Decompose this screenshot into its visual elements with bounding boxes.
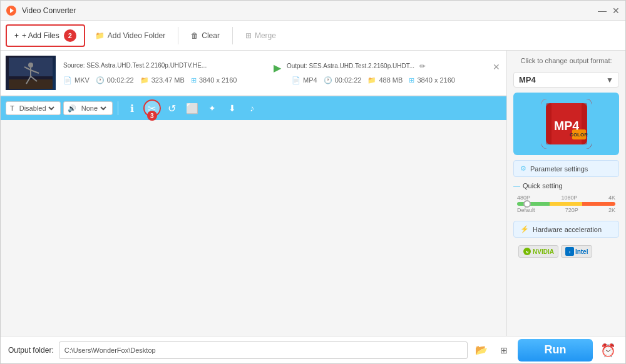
info-button[interactable]: ℹ: [123, 99, 141, 117]
step-3-badge: 3: [147, 111, 157, 121]
clear-label: Clear: [202, 31, 220, 40]
audio-enhance-button[interactable]: ♪: [244, 99, 261, 117]
watermark-button[interactable]: ⬇: [223, 99, 241, 117]
output-resolution-item: ⊞ 3840 x 2160: [409, 76, 455, 84]
toolbar-divider: [178, 27, 178, 44]
audio-dropdown[interactable]: None: [79, 104, 108, 113]
mp4-image: MP4 COLOR: [541, 96, 592, 152]
rotate-button[interactable]: ↺: [163, 99, 181, 117]
res-icon: ⊞: [191, 76, 197, 84]
source-duration-item: 🕐 00:02:22: [96, 76, 134, 84]
label-2k: 2K: [608, 207, 615, 213]
svg-point-5: [28, 63, 33, 68]
intel-label: Intel: [575, 248, 588, 255]
quality-labels-top: 480P 1080P 4K: [513, 195, 619, 201]
effect-button[interactable]: ✦: [203, 99, 221, 117]
file-close-button[interactable]: ✕: [491, 62, 501, 72]
subtitle-select[interactable]: T Disabled: [6, 101, 61, 115]
output-file-icon: 📁: [367, 76, 376, 84]
add-files-button[interactable]: + + Add Files 2: [6, 24, 85, 47]
source-resolution: 3840 x 2160: [199, 76, 237, 84]
empty-area: [1, 120, 506, 336]
format-selector[interactable]: MP4 ▼: [513, 72, 619, 88]
output-format-title: Click to change output format:: [513, 57, 619, 64]
edit-divider: [118, 101, 118, 115]
output-clock-icon: 🕐: [324, 76, 332, 84]
source-size: 323.47 MB: [151, 76, 185, 84]
merge-label: Merge: [255, 31, 276, 40]
svg-text:COLOR: COLOR: [570, 132, 588, 138]
source-format-item: 📄 MKV: [63, 76, 90, 84]
clear-button[interactable]: 🗑 Clear: [183, 28, 227, 44]
open-folder-icon: 📂: [475, 344, 488, 356]
merge-icon: ⊞: [245, 31, 252, 40]
edit-toolbar: T Disabled 🔊 None ℹ ✂: [1, 96, 506, 120]
source-metadata: 📄 MKV 🕐 00:02:22 📁 323.47 MB: [63, 76, 273, 84]
window-controls: — ✕: [598, 6, 620, 15]
gpu-logos: N NVIDIA i Intel: [513, 243, 619, 260]
run-button[interactable]: Run: [518, 339, 593, 361]
quality-slider-container: 480P 1080P 4K Default 720P 2K: [513, 192, 619, 216]
source-resolution-item: ⊞ 3840 x 2160: [191, 76, 237, 84]
svg-rect-14: [546, 103, 552, 144]
output-size-item: 📁 488 MB: [367, 76, 403, 84]
timer-button[interactable]: ⏰: [598, 340, 618, 360]
output-format-item: 📄 MP4: [292, 76, 317, 84]
add-folder-label: Add Video Folder: [108, 31, 166, 40]
toolbar: + + Add Files 2 📁 Add Video Folder 🗑 Cle…: [1, 21, 625, 51]
source-duration: 00:02:22: [107, 76, 134, 84]
intel-logo: i Intel: [561, 245, 593, 258]
right-panel: Click to change output format: MP4 ▼ MP4: [506, 51, 625, 336]
edit-pencil-icon[interactable]: ✏: [419, 62, 426, 71]
bottom-bar: Output folder: 📂 ⊞ Run ⏰: [1, 336, 625, 363]
browse-folder-button[interactable]: 📂: [473, 341, 490, 359]
quality-labels-bottom: Default 720P 2K: [513, 207, 619, 213]
add-folder-button[interactable]: 📁 Add Video Folder: [88, 28, 173, 44]
intel-icon: i: [565, 247, 574, 256]
preview-button[interactable]: ⊞: [495, 341, 513, 359]
svg-rect-4: [9, 79, 53, 89]
app-window: Video Converter — ✕ + + Add Files 2 📁 Ad…: [0, 0, 626, 364]
output-duration-item: 🕐 00:02:22: [324, 76, 362, 84]
main-content: Source: SES.Astra.UHD.Test.2.2160p.UHDTV…: [1, 51, 625, 336]
file-info: Source: SES.Astra.UHD.Test.2.2160p.UHDTV…: [63, 62, 501, 84]
audio-select[interactable]: 🔊 None: [63, 101, 113, 115]
preview-icon: ⊞: [500, 345, 508, 355]
nvidia-label: NVIDIA: [533, 248, 554, 255]
cut-button[interactable]: ✂ 3: [143, 99, 161, 117]
toolbar-divider-2: [232, 27, 233, 44]
hardware-acceleration-button[interactable]: ⚡ Hardware acceleration: [513, 221, 619, 238]
output-folder-input[interactable]: [59, 341, 468, 359]
source-size-item: 📁 323.47 MB: [140, 76, 185, 84]
app-icon: [6, 5, 17, 16]
file-icon: 📁: [140, 76, 149, 84]
subtitle-icon: T: [10, 104, 14, 112]
parameter-settings-button[interactable]: ⚙ Parameter settings: [513, 160, 619, 177]
quality-slider-track[interactable]: [517, 202, 615, 206]
format-icon: 📄: [63, 76, 72, 84]
output-duration: 00:02:22: [335, 76, 362, 84]
arrow-icon: ▶: [268, 62, 287, 74]
quality-slider-thumb[interactable]: [523, 200, 531, 208]
audio-icon: 🔊: [68, 104, 76, 113]
output-format-icon: 📄: [292, 76, 300, 84]
output-folder-label: Output folder:: [8, 346, 54, 355]
settings-icon: ⚙: [520, 164, 526, 173]
quick-setting-title: Quick setting: [513, 182, 619, 190]
crop-button[interactable]: ⬜: [183, 99, 201, 117]
format-label: MP4: [519, 75, 536, 84]
chevron-down-icon: ▼: [606, 76, 613, 84]
clear-icon: 🗑: [191, 31, 198, 40]
output-format: MP4: [303, 76, 317, 84]
subtitle-dropdown[interactable]: Disabled: [17, 104, 56, 113]
minimize-button[interactable]: —: [598, 6, 607, 15]
output-path: Output: SES.Astra.UHD.Test.2.2160p.UHDT.…: [287, 63, 414, 69]
output-size: 488 MB: [379, 76, 403, 84]
label-4k: 4K: [608, 195, 615, 201]
folder-icon: 📁: [95, 31, 105, 40]
step-2-badge: 2: [64, 29, 76, 42]
mp4-icon: MP4 COLOR: [541, 99, 592, 149]
merge-button[interactable]: ⊞ Merge: [238, 28, 284, 44]
add-files-icon: +: [14, 31, 19, 40]
close-button[interactable]: ✕: [612, 6, 620, 15]
